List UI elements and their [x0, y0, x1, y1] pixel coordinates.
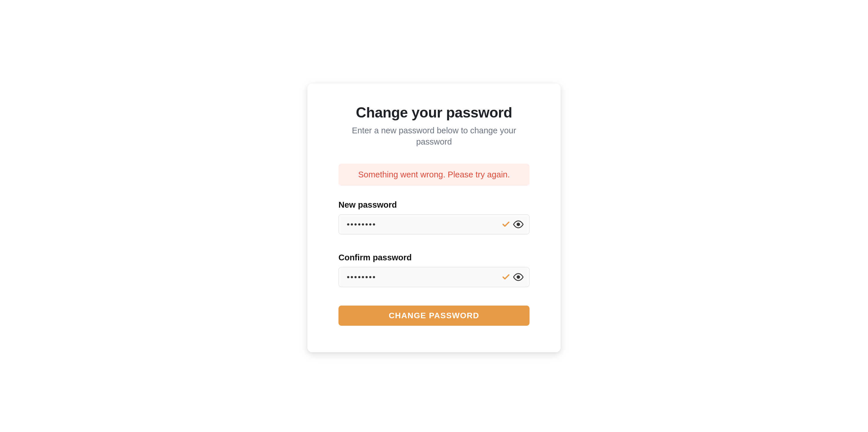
page-title: Change your password — [338, 104, 530, 121]
svg-point-1 — [517, 276, 520, 279]
check-icon — [502, 273, 510, 281]
new-password-input[interactable] — [347, 214, 502, 234]
confirm-password-icons — [502, 272, 524, 282]
new-password-input-wrapper — [338, 214, 530, 234]
eye-icon[interactable] — [513, 219, 524, 230]
error-banner: Something went wrong. Please try again. — [338, 164, 530, 186]
new-password-label: New password — [338, 200, 530, 210]
new-password-group: New password — [338, 200, 530, 234]
new-password-icons — [502, 219, 524, 230]
page-subtitle: Enter a new password below to change you… — [338, 125, 530, 147]
confirm-password-group: Confirm password — [338, 253, 530, 287]
change-password-button[interactable]: CHANGE PASSWORD — [338, 306, 530, 326]
eye-icon[interactable] — [513, 272, 524, 282]
error-message: Something went wrong. Please try again. — [358, 170, 510, 179]
confirm-password-label: Confirm password — [338, 253, 530, 262]
change-password-card: Change your password Enter a new passwor… — [307, 84, 561, 352]
confirm-password-input[interactable] — [347, 267, 502, 287]
check-icon — [502, 220, 510, 229]
svg-point-0 — [517, 223, 520, 226]
confirm-password-input-wrapper — [338, 267, 530, 287]
